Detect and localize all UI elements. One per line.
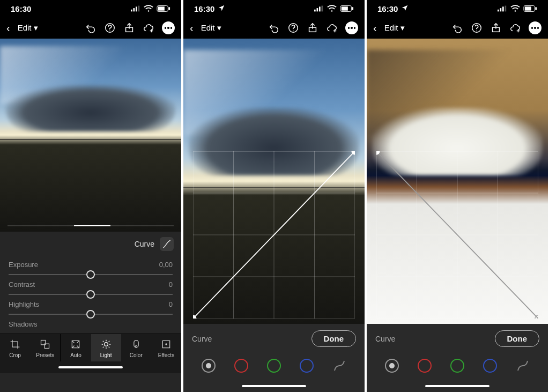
- photo-viewport[interactable]: [0, 39, 181, 232]
- tool-auto[interactable]: Auto: [60, 334, 91, 361]
- done-button[interactable]: Done: [311, 330, 357, 347]
- svg-rect-19: [317, 8, 318, 11]
- tool-presets[interactable]: Presets: [30, 334, 60, 361]
- svg-rect-42: [505, 6, 507, 12]
- curve-parametric[interactable]: [516, 359, 530, 373]
- undo-icon[interactable]: [268, 22, 280, 34]
- curve-button-label[interactable]: Curve: [135, 240, 154, 248]
- status-right: [131, 5, 170, 12]
- status-bar: 16:30: [0, 0, 181, 17]
- svg-rect-2: [136, 6, 137, 11]
- location-icon: [401, 4, 409, 13]
- highlights-slider[interactable]: Highlights0: [0, 296, 181, 316]
- tool-color[interactable]: Color: [121, 334, 151, 361]
- color-icon: [130, 338, 142, 350]
- wifi-icon: [510, 5, 520, 12]
- curve-channel-red[interactable]: [234, 359, 248, 373]
- svg-rect-39: [498, 10, 499, 12]
- photo-viewport[interactable]: [183, 39, 365, 324]
- tool-strip: Crop Presets Auto Light Color Effects: [0, 334, 181, 361]
- nav-bar: ‹ Edit ▾: [0, 17, 181, 39]
- curve-parametric[interactable]: [332, 359, 346, 373]
- curve-channel-green[interactable]: [450, 359, 464, 373]
- location-icon: [218, 4, 225, 13]
- contrast-value: 0: [169, 280, 173, 289]
- svg-rect-24: [342, 6, 348, 10]
- more-menu[interactable]: [162, 21, 175, 34]
- svg-rect-18: [314, 10, 316, 12]
- back-button[interactable]: ‹: [373, 22, 377, 34]
- more-menu[interactable]: [345, 21, 358, 34]
- signal-icon: [498, 5, 507, 12]
- effects-icon: [160, 338, 172, 350]
- share-icon[interactable]: [490, 22, 502, 34]
- help-icon[interactable]: [471, 22, 483, 34]
- svg-rect-46: [535, 7, 537, 10]
- tone-curve-editor[interactable]: [193, 151, 355, 319]
- status-time: 16:30: [194, 4, 214, 13]
- tool-light[interactable]: Light: [91, 334, 121, 361]
- cloud-add-icon[interactable]: [509, 22, 521, 34]
- status-time: 16:30: [11, 4, 31, 13]
- help-icon[interactable]: [287, 22, 299, 34]
- curve-channel-luma[interactable]: [202, 359, 216, 373]
- curve-channel-blue[interactable]: [483, 359, 497, 373]
- status-time: 16:30: [377, 4, 398, 13]
- home-indicator[interactable]: [0, 361, 181, 373]
- svg-point-14: [104, 343, 108, 346]
- signal-icon: [314, 5, 324, 12]
- film-strip-scrub[interactable]: [8, 225, 174, 226]
- phone-screen-2: 16:30 ‹ Edit ▾: [183, 0, 365, 392]
- more-menu[interactable]: [529, 21, 541, 34]
- nav-bar: ‹ Edit ▾: [183, 17, 365, 39]
- svg-point-4: [148, 10, 150, 12]
- contrast-label: Contrast: [9, 280, 35, 289]
- edit-menu[interactable]: Edit ▾: [384, 23, 405, 33]
- presets-icon: [39, 338, 51, 350]
- svg-rect-1: [133, 8, 135, 11]
- curve-panel: Curve Done: [367, 324, 548, 392]
- help-icon[interactable]: [104, 22, 116, 34]
- cloud-add-icon[interactable]: [143, 22, 154, 34]
- curve-panel-label: Curve: [375, 335, 395, 343]
- svg-point-9: [109, 31, 110, 31]
- undo-icon[interactable]: [85, 22, 97, 34]
- edit-menu[interactable]: Edit ▾: [201, 23, 221, 33]
- curve-channel-luma[interactable]: [385, 359, 399, 373]
- svg-rect-41: [502, 6, 504, 11]
- tool-crop[interactable]: Crop: [0, 334, 30, 361]
- svg-rect-3: [138, 6, 140, 12]
- svg-point-17: [165, 343, 167, 345]
- undo-icon[interactable]: [451, 22, 463, 34]
- svg-rect-40: [500, 8, 502, 11]
- home-indicator[interactable]: [367, 380, 548, 392]
- curve-channel-red[interactable]: [418, 359, 432, 373]
- signal-icon: [131, 5, 140, 12]
- exposure-label: Exposure: [9, 261, 38, 269]
- svg-rect-7: [168, 7, 170, 10]
- curve-button-icon[interactable]: [160, 237, 174, 251]
- edit-menu[interactable]: Edit ▾: [18, 23, 38, 33]
- share-icon[interactable]: [123, 22, 135, 34]
- tool-effects[interactable]: Effects: [151, 334, 181, 361]
- curve-channel-row: [183, 353, 365, 380]
- tone-curve-editor[interactable]: [376, 151, 538, 319]
- home-indicator[interactable]: [183, 380, 365, 392]
- svg-rect-45: [525, 6, 531, 10]
- curve-channel-blue[interactable]: [300, 359, 314, 373]
- curve-panel-label: Curve: [192, 335, 212, 343]
- contrast-slider[interactable]: Contrast0: [0, 276, 181, 296]
- battery-icon: [523, 5, 537, 12]
- curve-channel-green[interactable]: [267, 359, 281, 373]
- status-right: [314, 5, 354, 12]
- share-icon[interactable]: [307, 22, 318, 34]
- exposure-slider[interactable]: Exposure0,00: [0, 256, 181, 276]
- cloud-add-icon[interactable]: [326, 22, 338, 34]
- svg-rect-21: [322, 6, 323, 12]
- back-button[interactable]: ‹: [190, 22, 194, 34]
- auto-icon: [70, 338, 81, 350]
- done-button[interactable]: Done: [495, 330, 540, 347]
- wifi-icon: [144, 5, 153, 12]
- back-button[interactable]: ‹: [6, 22, 10, 34]
- photo-viewport[interactable]: [367, 39, 548, 324]
